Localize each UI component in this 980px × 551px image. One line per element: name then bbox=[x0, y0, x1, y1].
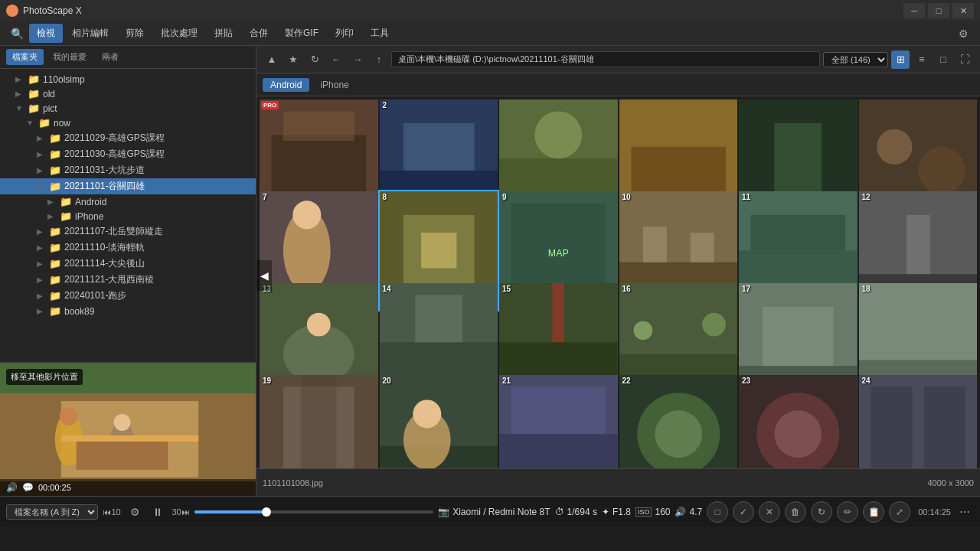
sidebar-tab-both[interactable]: 兩者 bbox=[96, 49, 125, 65]
tree-item-20211110[interactable]: ▶ 📁 20211110-淡海輕軌 bbox=[0, 240, 256, 256]
list-view-button[interactable]: ≡ bbox=[913, 51, 931, 69]
photo-cell-19[interactable]: 19 bbox=[260, 375, 378, 468]
collapse-button[interactable]: ▲ bbox=[263, 51, 281, 69]
tree-item-110olsimp[interactable]: ▶ 📁 110olsimp bbox=[0, 72, 256, 86]
play-pause-button[interactable]: ⏸ bbox=[149, 503, 167, 521]
tree-label: 20211121-大甩西南稜 bbox=[64, 273, 154, 286]
photo-cell-21[interactable]: 21 bbox=[499, 375, 618, 468]
maximize-button[interactable]: □ bbox=[928, 3, 949, 18]
chat-icon[interactable]: 💬 bbox=[22, 482, 34, 493]
tree-item-now[interactable]: ▼ 📁 now bbox=[0, 116, 256, 130]
pro-badge: PRO bbox=[261, 101, 279, 109]
sidebar-tab-folders[interactable]: 檔案夾 bbox=[6, 49, 44, 65]
settings-player-button[interactable]: ⚙ bbox=[126, 503, 144, 521]
folder-tree: ▶ 📁 110olsimp ▶ 📁 old ▼ 📁 pict ▼ 📁 now ▶ bbox=[0, 69, 256, 362]
svg-point-76 bbox=[655, 410, 702, 458]
tree-item-android[interactable]: ▶ 📁 Android bbox=[0, 194, 256, 209]
skip-back-10-button[interactable]: ⏮10 bbox=[103, 503, 121, 521]
delete-button[interactable]: 🗑 bbox=[785, 501, 806, 523]
tree-label: 20211101-谷關四雄 bbox=[64, 180, 145, 193]
search-button[interactable]: 🔍 bbox=[6, 24, 28, 43]
photo-number: 21 bbox=[502, 377, 511, 385]
photo-frame-button[interactable]: □ bbox=[707, 501, 728, 523]
tree-item-pict[interactable]: ▼ 📁 pict bbox=[0, 101, 256, 116]
copy-button[interactable]: 📋 bbox=[863, 501, 884, 523]
settings-button[interactable]: ⚙ bbox=[952, 24, 974, 43]
tree-arrow-icon: ▶ bbox=[37, 276, 46, 284]
close-mark-button[interactable]: ✕ bbox=[759, 501, 780, 523]
title-bar: PhotoScape X ─ □ ✕ bbox=[0, 0, 980, 21]
photo-cell-20[interactable]: 20 bbox=[380, 375, 498, 468]
aperture-info: ✦ F1.8 bbox=[602, 507, 631, 517]
menu-item-combine[interactable]: 合併 bbox=[242, 24, 276, 43]
svg-point-48 bbox=[307, 313, 331, 337]
panel-toggle-button[interactable]: ◀ bbox=[256, 260, 272, 291]
photo-number: 12 bbox=[862, 193, 871, 201]
back-button[interactable]: ← bbox=[327, 51, 345, 69]
tree-item-old[interactable]: ▶ 📁 old bbox=[0, 86, 256, 101]
forward-button[interactable]: → bbox=[348, 51, 367, 69]
up-button[interactable]: ↑ bbox=[370, 51, 388, 69]
camera-model: Xiaomi / Redmi Note 8T bbox=[452, 507, 550, 517]
tree-item-book89[interactable]: ▶ 📁 book89 bbox=[0, 304, 256, 318]
menu-item-print[interactable]: 列印 bbox=[328, 24, 361, 43]
refresh-button[interactable]: ↻ bbox=[305, 51, 324, 69]
menu-item-collage[interactable]: 拼貼 bbox=[207, 24, 240, 43]
photo-number: 18 bbox=[862, 285, 871, 293]
photo-number: 2 bbox=[383, 101, 387, 109]
rotate-button[interactable]: ↻ bbox=[811, 501, 832, 523]
folder-icon: 📁 bbox=[28, 103, 40, 114]
tree-label: 20240101-跑步 bbox=[64, 289, 126, 302]
tree-label: now bbox=[54, 118, 70, 129]
photo-number: 19 bbox=[263, 377, 271, 385]
menu-item-tools[interactable]: 工具 bbox=[363, 24, 397, 43]
single-view-button[interactable]: □ bbox=[934, 51, 952, 69]
tree-item-20211030[interactable]: ▶ 📁 20211030-高雄GPS課程 bbox=[0, 146, 256, 162]
photo-cell-22[interactable]: 22 bbox=[619, 375, 738, 468]
tree-item-20211114[interactable]: ▶ 📁 20211114-大尖後山 bbox=[0, 256, 256, 272]
checkbox-button[interactable]: ✓ bbox=[733, 501, 754, 523]
tree-arrow-icon: ▶ bbox=[37, 134, 46, 142]
svg-rect-8 bbox=[61, 435, 198, 441]
photo-cell-24[interactable]: 24 bbox=[859, 375, 978, 468]
filter-tab-iphone[interactable]: iPhone bbox=[312, 78, 356, 92]
minimize-button[interactable]: ─ bbox=[903, 3, 925, 18]
folder-icon: 📁 bbox=[60, 210, 72, 222]
tree-item-20211107[interactable]: ▶ 📁 20211107-北岳雙師縱走 bbox=[0, 223, 256, 240]
skip-forward-30-button[interactable]: 30⏭ bbox=[172, 503, 190, 521]
fullscreen-button[interactable]: ⛶ bbox=[956, 51, 974, 69]
tree-item-20240101[interactable]: ▶ 📁 20240101-跑步 bbox=[0, 288, 256, 304]
tree-arrow-icon: ▶ bbox=[37, 292, 46, 300]
filter-tab-android[interactable]: Android bbox=[263, 78, 309, 92]
menu-item-batch[interactable]: 批次處理 bbox=[153, 24, 205, 43]
photo-cell-23[interactable]: 23 bbox=[739, 375, 858, 468]
tree-item-iphone[interactable]: ▶ 📁 iPhone bbox=[0, 209, 256, 223]
tree-item-20211101[interactable]: ▼ 📁 20211101-谷關四雄 bbox=[0, 178, 256, 194]
menu-bar: 🔍 檢視 相片編輯 剪除 批次處理 拼貼 合併 製作GIF 列印 工具 ⚙ bbox=[0, 21, 980, 46]
star-button[interactable]: ★ bbox=[284, 51, 302, 69]
close-button[interactable]: ✕ bbox=[952, 3, 974, 18]
tree-item-20211031[interactable]: ▶ 📁 20211031-大坑步道 bbox=[0, 162, 256, 178]
folder-icon: 📁 bbox=[60, 196, 72, 207]
photo-number: 23 bbox=[742, 377, 750, 385]
sort-select[interactable]: 檔案名稱 (A 到 Z) bbox=[6, 504, 98, 520]
tree-label: book89 bbox=[64, 306, 94, 317]
grid-view-button[interactable]: ⊞ bbox=[891, 51, 910, 69]
progress-bar[interactable] bbox=[194, 510, 433, 514]
photo-number: 8 bbox=[383, 193, 387, 201]
menu-item-edit[interactable]: 相片編輯 bbox=[64, 24, 116, 43]
menu-item-gif[interactable]: 製作GIF bbox=[277, 24, 326, 43]
count-select[interactable]: 全部 (146) bbox=[823, 52, 888, 67]
menu-item-view[interactable]: 檢視 bbox=[29, 24, 63, 43]
photo-number: 22 bbox=[622, 377, 631, 385]
edit-button[interactable]: ✏ bbox=[837, 501, 858, 523]
tree-item-20211121[interactable]: ▶ 📁 20211121-大甩西南稜 bbox=[0, 272, 256, 288]
more-button[interactable]: ⋯ bbox=[956, 503, 974, 521]
volume-icon[interactable]: 🔊 bbox=[6, 482, 18, 493]
menu-item-crop[interactable]: 剪除 bbox=[118, 24, 152, 43]
tree-item-20211029[interactable]: ▶ 📁 20211029-高雄GPS課程 bbox=[0, 130, 256, 146]
sidebar-tab-favorites[interactable]: 我的最愛 bbox=[47, 49, 93, 65]
resize-button[interactable]: ⤢ bbox=[889, 501, 910, 523]
folder-icon: 📁 bbox=[28, 88, 40, 99]
video-tooltip-label: 移至其他影片位置 bbox=[6, 369, 83, 385]
